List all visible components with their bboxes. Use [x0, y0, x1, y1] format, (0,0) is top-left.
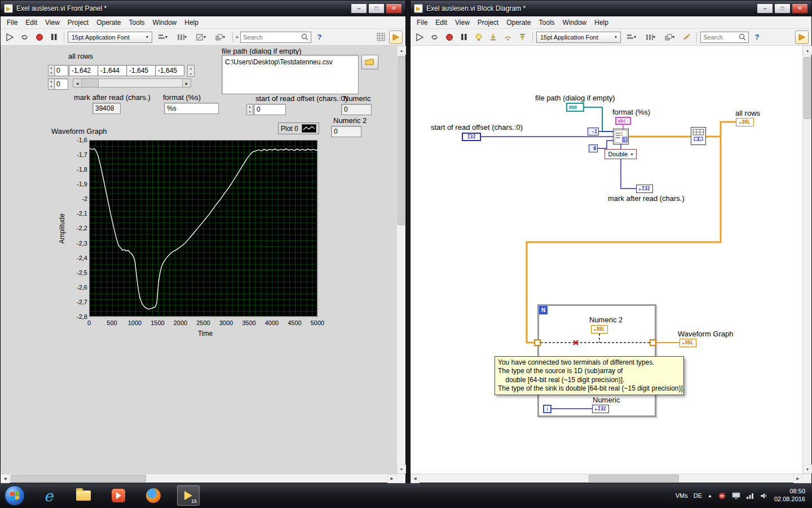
numeric-indicator[interactable]: 0 — [341, 104, 372, 115]
loop-count-terminal[interactable]: N — [539, 306, 548, 314]
numeric-terminal[interactable]: ▶ I32 — [592, 405, 609, 413]
file-path-control-terminal[interactable] — [566, 103, 584, 112]
wire-const-zero[interactable] — [598, 141, 613, 148]
step-into-button[interactable] — [487, 30, 500, 43]
bd-all-rows-label[interactable]: all rows — [735, 109, 760, 117]
format-string-control-terminal[interactable]: abc ▾ — [615, 117, 631, 125]
menu-item[interactable]: View — [41, 17, 64, 28]
right-arrow-icon[interactable]: ▶ — [387, 474, 396, 483]
bd-waveform-label[interactable]: Waveform Graph — [678, 330, 734, 338]
scrollbar-thumb[interactable] — [11, 475, 146, 482]
numeric2-indicator[interactable]: 0 — [331, 126, 361, 137]
block-diagram-canvas[interactable]: file path (dialog if empty) format (%s) … — [411, 46, 802, 474]
loop-input-tunnel[interactable] — [534, 339, 541, 346]
explorer-icon[interactable] — [72, 485, 95, 506]
up-arrow-icon[interactable]: ▲ — [188, 65, 194, 71]
media-player-icon[interactable] — [107, 485, 130, 506]
menu-item[interactable]: Edit — [21, 17, 41, 28]
bd-vertical-scrollbar[interactable]: ▲ ▼ — [802, 46, 811, 474]
left-arrow-icon[interactable]: ◀ — [411, 474, 420, 483]
bd-horizontal-scrollbar[interactable]: ◀ ▶ — [411, 474, 811, 483]
tray-status-icon[interactable] — [718, 492, 726, 500]
array-index-col[interactable]: ▲▼ 0 — [48, 78, 68, 90]
close-button[interactable]: ✕ — [792, 3, 808, 14]
distribute-objects-button[interactable]: ▾ — [173, 30, 191, 43]
loop-output-tunnel[interactable] — [650, 339, 656, 346]
highlight-execution-button[interactable] — [472, 30, 485, 43]
clean-up-diagram-button[interactable] — [680, 30, 693, 43]
up-arrow-icon[interactable]: ▲ — [803, 46, 812, 55]
up-arrow-icon[interactable]: ▲ — [397, 46, 406, 55]
offset-i32-control-terminal[interactable]: I32 — [462, 133, 481, 141]
browse-button[interactable] — [361, 55, 378, 69]
tray-network-icon[interactable] — [746, 492, 754, 500]
array-cell[interactable]: -1,645 — [155, 65, 184, 76]
abort-button[interactable] — [33, 30, 46, 43]
down-arrow-icon[interactable]: ▼ — [188, 71, 194, 77]
read-spreadsheet-vi-icon[interactable] — [613, 129, 629, 144]
menu-item[interactable]: Help — [590, 17, 612, 28]
step-out-button[interactable] — [516, 30, 529, 43]
fp-titlebar[interactable]: Exel auslesen.vi Front Panel * – □ ✕ — [1, 1, 405, 16]
waveform-graph-terminal[interactable]: ▶ DBL — [679, 339, 696, 347]
menu-item[interactable]: Tools — [535, 17, 559, 28]
constant-zero[interactable]: 0 — [589, 144, 598, 152]
wire-all-rows[interactable] — [721, 122, 736, 137]
loop-iteration-terminal[interactable]: i — [543, 405, 551, 413]
run-button[interactable] — [3, 30, 16, 43]
minimize-button[interactable]: – — [351, 3, 367, 14]
front-panel-canvas[interactable]: all rows ▲▼ 0 ▲▼ 0 -1,642-1,644-1,645-1,… — [1, 46, 396, 474]
right-arrow-icon[interactable]: ▶ — [793, 474, 802, 483]
menu-item[interactable]: Project — [64, 17, 92, 28]
reorder-objects-button[interactable]: ▾ — [211, 30, 229, 43]
left-arrow-icon[interactable]: ◀ — [1, 474, 10, 483]
bd-offset-label[interactable]: start of read offset (chars.:0) — [431, 123, 523, 132]
waveform-plot-area[interactable] — [89, 140, 317, 317]
fp-horizontal-scrollbar[interactable]: ◀ ▶ — [1, 474, 405, 483]
down-arrow-icon[interactable]: ▼ — [48, 71, 54, 76]
array-cell[interactable]: -1,642 — [69, 65, 98, 76]
help-button[interactable]: ? — [313, 30, 326, 43]
scrollbar-track[interactable] — [99, 79, 182, 87]
down-arrow-icon[interactable]: ▼ — [803, 465, 812, 474]
bd-mark-label[interactable]: mark after read (chars.) — [608, 194, 685, 203]
pause-button[interactable] — [47, 30, 60, 43]
menu-item[interactable]: Operate — [92, 17, 125, 28]
index-array-icon[interactable] — [691, 127, 706, 145]
tray-display-icon[interactable] — [732, 492, 740, 500]
minimize-button[interactable]: – — [757, 3, 773, 14]
run-continuously-button[interactable] — [428, 30, 441, 43]
reorder-objects-button[interactable]: ▾ — [661, 30, 678, 43]
plot-legend[interactable]: Plot 0 — [278, 122, 319, 134]
bd-numeric2-label[interactable]: Numeric 2 — [589, 316, 623, 324]
fp-vertical-scrollbar[interactable]: ▲ ▼ — [396, 46, 405, 474]
start-button[interactable] — [5, 485, 25, 506]
menu-item[interactable]: View — [451, 17, 474, 28]
run-continuously-button[interactable] — [18, 30, 31, 43]
array-index-col-value[interactable]: 0 — [54, 78, 68, 90]
up-arrow-icon[interactable]: ▲ — [48, 79, 54, 84]
offset-spinner[interactable]: ▲▼ — [246, 104, 253, 115]
polymorphic-selector[interactable]: Double ▾ — [604, 149, 637, 159]
menu-item[interactable]: Project — [474, 17, 502, 28]
menu-item[interactable]: Tools — [125, 17, 149, 28]
format-input[interactable]: %s — [164, 103, 219, 114]
scrollbar-thumb[interactable] — [398, 56, 405, 225]
grid-snap-button[interactable] — [374, 30, 387, 43]
wire-to-loop[interactable] — [527, 137, 721, 343]
vms-indicator[interactable]: VMs — [676, 492, 688, 499]
array-index-row[interactable]: ▲▼ 0 — [48, 65, 68, 76]
menu-item[interactable]: Window — [559, 17, 591, 28]
scrollbar-track[interactable] — [397, 55, 405, 465]
bd-titlebar[interactable]: Exel auslesen.vi Block Diagram * – □ ✕ — [411, 1, 811, 16]
align-objects-button[interactable]: ▾ — [623, 30, 640, 43]
all-rows-terminal[interactable]: ▶ DBL — [736, 118, 754, 126]
resize-objects-button[interactable]: ▾ — [192, 30, 210, 43]
offset-input[interactable]: 0 — [254, 104, 286, 115]
close-button[interactable]: ✕ — [386, 3, 402, 14]
menu-item[interactable]: File — [3, 17, 21, 28]
scrollbar-thumb[interactable] — [589, 475, 679, 482]
bd-numeric-label[interactable]: Numeric — [593, 396, 620, 404]
array-horizontal-scrollbar[interactable]: ◀ ▶ — [73, 78, 191, 87]
menu-item[interactable]: Window — [149, 17, 181, 28]
